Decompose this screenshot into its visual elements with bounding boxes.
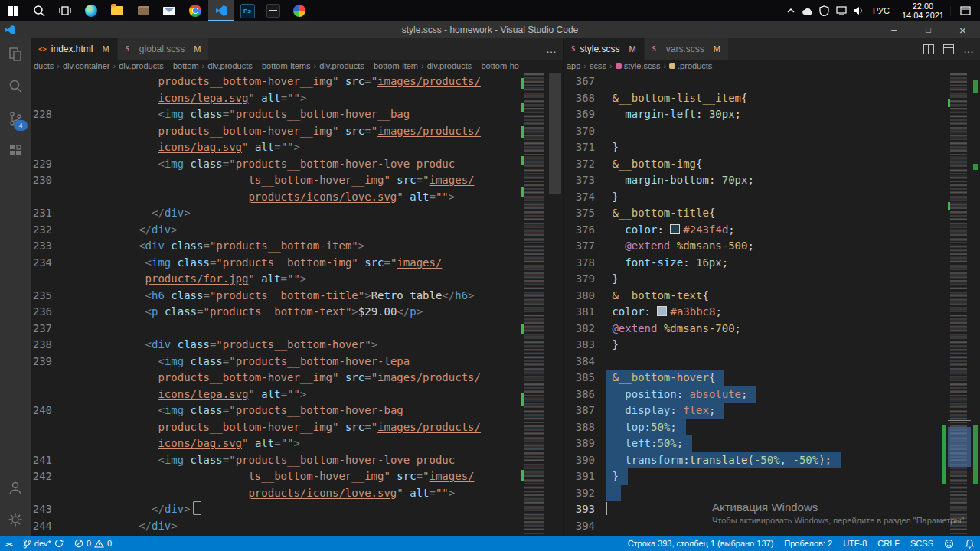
code-line[interactable]: 388 top:50%;: [564, 419, 948, 436]
code-area[interactable]: 367368 &__bottom-list__item{369 margin-l…: [564, 72, 948, 534]
close-button[interactable]: [946, 21, 980, 38]
code-line[interactable]: 373 margin-bottom: 70px;: [564, 172, 948, 189]
breadcrumb-item[interactable]: scss: [590, 61, 606, 70]
editor-scss[interactable]: 367368 &__bottom-list__item{369 margin-l…: [564, 72, 980, 536]
tab-_global.scss[interactable]: S_global.scssM: [118, 38, 210, 60]
maximize-button[interactable]: [911, 21, 946, 38]
code-line[interactable]: 236 <p class="products__bottom-text">$29…: [31, 304, 521, 321]
code-line[interactable]: 378 font-size: 16px;: [564, 255, 948, 272]
problems-item[interactable]: 0 0: [69, 536, 117, 551]
color-swatch[interactable]: [657, 306, 667, 316]
task-view-button[interactable]: [52, 0, 78, 21]
code-line[interactable]: 239 <img class="products__bottom-hover-l…: [31, 354, 521, 370]
eol-item[interactable]: CRLF: [872, 536, 905, 551]
code-line[interactable]: products/for.jpg" alt="">: [31, 271, 521, 288]
code-line[interactable]: 391 }: [564, 468, 948, 485]
taskbar-app-files[interactable]: [130, 0, 156, 21]
extensions-view-button[interactable]: [0, 135, 31, 167]
code-line[interactable]: 237: [31, 321, 521, 337]
code-line[interactable]: 384: [564, 354, 948, 370]
code-line[interactable]: products__bottom-hover__img" src="images…: [31, 123, 521, 140]
code-line[interactable]: 235 <h6 class="products__bottom-title">R…: [31, 288, 521, 305]
breadcrumb-item[interactable]: div.products__bottom-items: [207, 61, 310, 70]
tray-volume[interactable]: [850, 6, 867, 15]
breadcrumb-item[interactable]: div.products__bottom: [119, 61, 198, 70]
code-line[interactable]: 372 &__bottom-img{: [564, 156, 948, 173]
code-line[interactable]: icons/lepa.svg" alt="">: [31, 90, 521, 107]
breadcrumb-item[interactable]: .products: [669, 61, 712, 70]
code-line[interactable]: 244 </div>: [31, 518, 521, 535]
breadcrumb-item[interactable]: style.scss: [616, 61, 661, 70]
code-line[interactable]: products/icons/love.svg" alt="">: [31, 485, 521, 502]
tray-onedrive[interactable]: [799, 7, 816, 15]
code-line[interactable]: icons/bag.svg" alt="">: [31, 435, 521, 452]
code-line[interactable]: 375 &__bottom-title{: [564, 205, 948, 222]
code-line[interactable]: 240 <img class="products__bottom-hover-b…: [31, 403, 521, 419]
code-line[interactable]: 392: [564, 485, 948, 502]
code-line[interactable]: 379 }: [564, 271, 948, 288]
start-button[interactable]: [0, 0, 26, 21]
remote-indicator[interactable]: [0, 536, 18, 551]
toggle-layout-icon[interactable]: [943, 44, 954, 54]
code-line[interactable]: icons/bag.svg" alt="">: [31, 139, 521, 156]
code-line[interactable]: 241 <img class="products__bottom-hover-l…: [31, 452, 521, 469]
code-line[interactable]: 380 &__bottom-text{: [564, 288, 948, 305]
code-line[interactable]: 233 <div class="products__bottom-item">: [31, 238, 521, 255]
code-line[interactable]: 368 &__bottom-list__item{: [564, 90, 948, 107]
tab-style.scss[interactable]: Sstyle.scssM: [564, 38, 645, 60]
language-mode-item[interactable]: SCSS: [905, 536, 939, 551]
code-line[interactable]: 393: [564, 501, 948, 518]
code-line[interactable]: 385 &__bottom-hover{: [564, 370, 948, 386]
git-branch-item[interactable]: dev*: [18, 536, 69, 551]
code-line[interactable]: 231 </div>: [31, 205, 521, 222]
split-editor-icon[interactable]: [923, 44, 934, 54]
source-control-view-button[interactable]: 4: [0, 103, 31, 135]
taskbar-app-vscode[interactable]: [208, 0, 234, 21]
code-line[interactable]: 229 <img class="products__bottom-hover-l…: [31, 156, 521, 173]
code-line[interactable]: 369 margin-left: 30px;: [564, 106, 948, 123]
breadcrumb-item[interactable]: div.products__bottom-ho: [427, 61, 519, 70]
tab-_vars.scss[interactable]: S_vars.scssM: [645, 38, 729, 60]
indentation-item[interactable]: Пробелов: 2: [779, 536, 838, 551]
search-view-button[interactable]: [0, 70, 31, 103]
overview-ruler[interactable]: [971, 72, 980, 536]
code-line[interactable]: 390 transform:translate(-50%, -50%);: [564, 452, 948, 469]
breadcrumb-item[interactable]: app: [567, 61, 580, 70]
code-line[interactable]: 228 <img class="products__bottom-hover__…: [31, 106, 521, 123]
taskbar-app-edge[interactable]: [78, 0, 104, 21]
code-line[interactable]: icons/lepa.svg" alt="">: [31, 386, 521, 403]
more-actions-icon[interactable]: [546, 42, 557, 56]
code-line[interactable]: 234 <img class="products__bottom-img" sr…: [31, 255, 521, 272]
code-line[interactable]: products__bottom-hover__img" src="images…: [31, 370, 521, 386]
code-line[interactable]: products__bottom-hover__img" src="images…: [31, 73, 521, 90]
more-actions-icon[interactable]: [963, 42, 974, 56]
color-swatch[interactable]: [670, 224, 680, 234]
language-indicator[interactable]: РУС: [867, 6, 896, 15]
code-area[interactable]: products__bottom-hover__img" src="images…: [31, 72, 521, 534]
code-line[interactable]: 376 color: #243f4d;: [564, 222, 948, 239]
breadcrumb-item[interactable]: div.products__bottom-item: [319, 61, 418, 70]
code-line[interactable]: 242 ts__bottom-hover__img" src="images/: [31, 468, 521, 485]
taskbar-app-media[interactable]: [286, 0, 312, 21]
action-center-button[interactable]: [950, 6, 980, 16]
code-line[interactable]: 371 }: [564, 139, 948, 156]
taskbar-app-chrome[interactable]: [182, 0, 208, 21]
code-line[interactable]: 386 position: absolute;: [564, 386, 948, 403]
code-line[interactable]: 374 }: [564, 189, 948, 206]
code-line[interactable]: 383 }: [564, 337, 948, 354]
settings-button[interactable]: [0, 504, 31, 536]
editor-html[interactable]: products__bottom-hover__img" src="images…: [31, 72, 563, 536]
tab-index.html[interactable]: <>index.htmlM: [31, 38, 118, 60]
taskbar-app-photoshop[interactable]: [234, 0, 260, 21]
tray-defender[interactable]: [816, 5, 833, 16]
code-line[interactable]: 382 @extend %dmsans-700;: [564, 321, 948, 337]
cursor-position-item[interactable]: Строка 393, столбец 1 (выбрано 137): [622, 536, 779, 551]
code-line[interactable]: products/icons/love.svg" alt="">: [31, 189, 521, 206]
code-line[interactable]: 367: [564, 73, 948, 90]
code-line[interactable]: 389 left:50%;: [564, 435, 948, 452]
code-line[interactable]: products__bottom-hover__img" src="images…: [31, 419, 521, 436]
encoding-item[interactable]: UTF-8: [838, 536, 872, 551]
taskbar-app-mail[interactable]: [156, 0, 182, 21]
breadcrumb-item[interactable]: div.container: [63, 61, 110, 70]
scrollbar[interactable]: [547, 72, 563, 536]
